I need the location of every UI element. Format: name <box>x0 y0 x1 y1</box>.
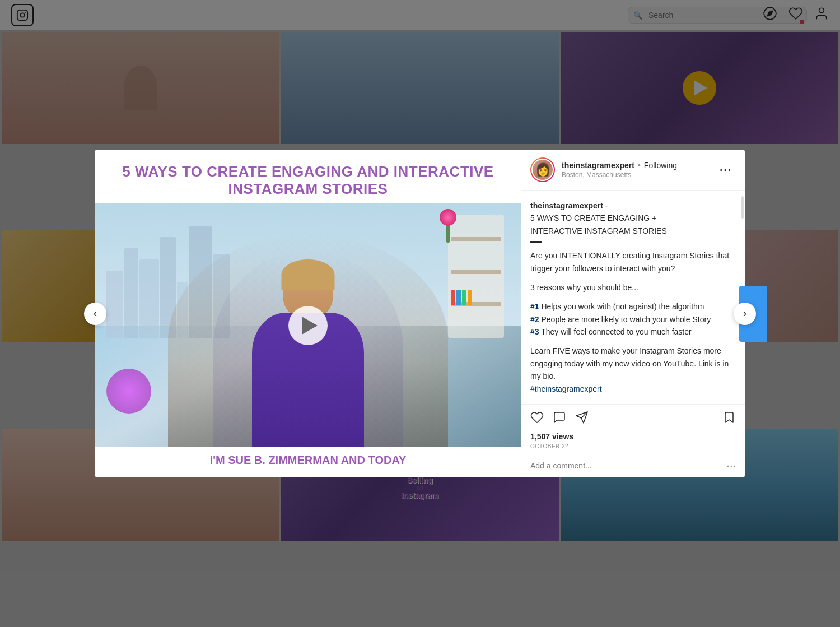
post-title-text: 5 WAYS TO CREATE ENGAGING AND INTERACTIV… <box>112 163 504 198</box>
next-button[interactable]: › <box>734 303 756 325</box>
post-location: Boston, Massachusetts <box>562 171 708 179</box>
post-subtitle-text: I'M SUE B. ZIMMERMAN AND TODAY <box>106 454 510 467</box>
caption-paragraph-1: Are you INTENTIONALLY creating Instagram… <box>530 249 736 275</box>
caption-username: theinstagramexpert <box>530 201 603 210</box>
caption-separator <box>530 241 542 243</box>
prev-button[interactable]: ‹ <box>84 303 106 325</box>
reason-1-num: #1 <box>530 302 539 311</box>
like-button[interactable] <box>530 411 544 428</box>
caption-area: theinstagramexpert - 5 WAYS TO CREATE EN… <box>521 191 745 405</box>
bookmark-button[interactable] <box>722 411 736 428</box>
comment-input[interactable] <box>530 461 722 470</box>
reason-2-text: People are more likely to watch your who… <box>539 315 711 324</box>
reason-3-text: They will feel connected to you much fas… <box>539 327 692 336</box>
caption-paragraph-3: Learn FIVE ways to make your Instagram S… <box>530 345 736 395</box>
emoji-button[interactable]: ··· <box>726 459 736 472</box>
post-modal: 5 WAYS TO CREATE ENGAGING AND INTERACTIV… <box>95 150 745 477</box>
scrollbar[interactable] <box>741 196 744 219</box>
post-header: 👩 theinstagramexpert • Following Boston,… <box>521 150 745 191</box>
post-subtitle-area: I'M SUE B. ZIMMERMAN AND TODAY <box>95 447 521 476</box>
hashtag-1[interactable]: #theinstagramexpert <box>530 384 602 393</box>
reason-1-text: Helps you work with (not against) the al… <box>539 302 704 311</box>
comment-button[interactable] <box>553 411 566 428</box>
post-media-panel: 5 WAYS TO CREATE ENGAGING AND INTERACTIV… <box>95 150 521 477</box>
caption-line1: 5 WAYS TO CREATE ENGAGING + <box>530 213 656 222</box>
modal-overlay: ‹ 5 WAYS TO CREATE ENGAGING AND INTERACT… <box>0 0 840 627</box>
caption-paragraph-2: 3 reasons why you should be... <box>530 281 736 294</box>
reason-2-num: #2 <box>530 315 539 324</box>
following-label[interactable]: Following <box>644 161 677 170</box>
avatar[interactable]: 👩 <box>530 157 555 182</box>
post-username[interactable]: theinstagramexpert <box>562 161 634 170</box>
post-date: OCTOBER 22 <box>530 443 736 449</box>
header-user-info: theinstagramexpert • Following Boston, M… <box>562 161 708 179</box>
share-button[interactable] <box>575 411 589 428</box>
caption-line2: INTERACTIVE INSTAGRAM STORIES <box>530 226 667 235</box>
reason-3-num: #3 <box>530 327 539 336</box>
actions-bar: 1,507 views OCTOBER 22 <box>521 405 745 453</box>
post-title-area: 5 WAYS TO CREATE ENGAGING AND INTERACTIV… <box>95 150 521 203</box>
views-count: 1,507 views <box>530 432 736 441</box>
post-info-panel: 👩 theinstagramexpert • Following Boston,… <box>521 150 745 477</box>
caption-reasons: #1 Helps you work with (not against) the… <box>530 300 736 338</box>
more-options-button[interactable]: ⋯ <box>715 162 736 177</box>
flowers-decoration <box>106 369 151 414</box>
video-area[interactable] <box>95 203 521 447</box>
comment-input-row[interactable]: ··· <box>521 453 745 477</box>
play-button[interactable] <box>288 306 328 345</box>
